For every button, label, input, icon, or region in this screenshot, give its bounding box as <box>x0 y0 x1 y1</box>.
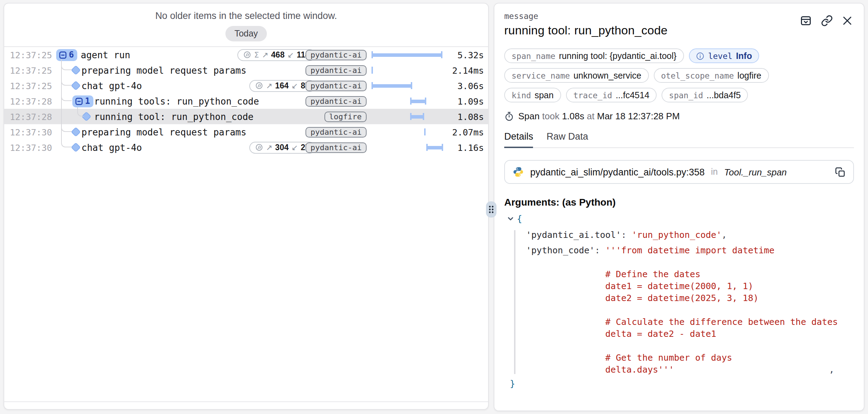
timeline-bar-cap <box>442 144 443 151</box>
code-line <box>504 304 854 316</box>
span-diamond-icon <box>71 142 81 152</box>
received-arrow-icon: ↙ <box>291 81 298 90</box>
span-duration: 2.07ms <box>452 127 484 138</box>
close-brace: } <box>510 378 515 389</box>
scope-badge[interactable]: pydantic-ai <box>305 96 367 107</box>
attribute-pill-otel_scope_name[interactable]: otel_scope_namelogfire <box>653 68 769 83</box>
sent-arrow-icon: ↗ <box>266 143 272 152</box>
tag-row: span_namerunning tool: {pydantic_ai.tool… <box>504 48 854 63</box>
attribute-pill-span_name[interactable]: span_namerunning tool: {pydantic_ai.tool… <box>504 48 684 63</box>
tree-connector <box>61 93 72 101</box>
timing-word: Span <box>518 111 540 121</box>
received-arrow-icon: ↙ <box>287 50 294 59</box>
panel-resize-handle[interactable] <box>486 201 497 218</box>
timing-word: Mar 18 12:37:28 PM <box>597 111 680 121</box>
tokens-sent: 468 <box>271 51 284 59</box>
trace-row-timestamp: 12:37:28 <box>10 111 52 122</box>
attribute-pill-level[interactable]: levelInfo <box>689 48 760 63</box>
copy-link-icon[interactable] <box>821 15 833 27</box>
trace-row-timestamp: 12:37:30 <box>10 127 52 137</box>
trace-row[interactable]: 12:37:30chat gpt-4o↗304↙27pydantic-ai1.1… <box>4 140 488 155</box>
timeline-track <box>371 93 445 109</box>
timeline-track <box>371 47 445 62</box>
trace-row-timestamp: 12:37:25 <box>10 80 52 91</box>
source-in-word: in <box>711 167 718 177</box>
dock-select-icon[interactable] <box>800 15 812 27</box>
pill-value: logfire <box>737 71 761 80</box>
scope-badge[interactable]: pydantic-ai <box>305 127 367 138</box>
span-attribute-pills: span_namerunning tool: {pydantic_ai.tool… <box>504 48 854 102</box>
no-older-items-notice: No older items in the selected time wind… <box>4 4 488 21</box>
trace-row-label: chat gpt-4o <box>81 80 142 91</box>
timeline-bar-cap <box>426 144 428 151</box>
attribute-pill-span_id[interactable]: span_id...bda4f5 <box>662 88 748 102</box>
trace-row-timestamp: 12:37:25 <box>10 49 52 60</box>
span-duration: 3.06s <box>458 81 484 91</box>
trace-row[interactable]: 12:37:25chat gpt-4o↗164↙87pydantic-ai3.0… <box>4 78 488 93</box>
scope-badge[interactable]: pydantic-ai <box>305 65 367 76</box>
code-line <box>504 340 854 352</box>
attribute-pill-trace_id[interactable]: trace_id...fc4514 <box>566 88 657 102</box>
tag-row: kindspantrace_id...fc4514span_id...bda4f… <box>504 88 854 102</box>
pill-key: span_name <box>512 51 555 61</box>
tab-raw-data[interactable]: Raw Data <box>547 131 588 147</box>
trace-row-timestamp: 12:37:28 <box>10 96 52 106</box>
close-icon[interactable] <box>842 15 853 26</box>
tab-details[interactable]: Details <box>504 131 533 148</box>
tree-connector <box>61 139 72 147</box>
code-line: 'pydantic_ai.tool': 'run_python_code', <box>504 229 854 241</box>
timeline-track <box>371 109 445 124</box>
timeline-bar-cap <box>425 98 426 105</box>
token-coin-icon <box>255 143 263 152</box>
code-line: # Get the number of days <box>504 352 854 363</box>
pill-value: running tool: {pydantic_ai.tool} <box>559 51 677 61</box>
timeline-bar-cap <box>410 98 412 105</box>
token-usage-badge: Σ↗468↙114 <box>237 49 315 61</box>
trace-row[interactable]: 12:37:281running tools: run_python_codep… <box>4 93 488 109</box>
timeline-track <box>371 62 445 78</box>
pill-value: span <box>534 90 553 100</box>
trace-row-timestamp: 12:37:25 <box>10 65 52 75</box>
trace-row[interactable]: 12:37:28running tool: run_python_codelog… <box>4 109 488 124</box>
trace-list-panel: No older items in the selected time wind… <box>4 3 489 410</box>
sent-arrow-icon: ↗ <box>262 50 268 59</box>
tree-connector <box>61 123 72 132</box>
pill-key: trace_id <box>573 90 612 100</box>
scope-badge[interactable]: logfire <box>324 111 367 122</box>
trace-row[interactable]: 12:37:25preparing model request paramspy… <box>4 62 488 78</box>
source-location-link[interactable]: pydantic_ai_slim/pydantic_ai/tools.py:35… <box>504 160 854 184</box>
scope-badge[interactable]: pydantic-ai <box>305 49 367 60</box>
attribute-pill-kind[interactable]: kindspan <box>504 88 561 102</box>
span-duration: 1.16s <box>458 142 484 153</box>
pill-value: Info <box>736 51 752 61</box>
span-duration: 2.14ms <box>452 65 484 76</box>
list-bottom-divider <box>4 401 488 402</box>
trace-row-label: preparing model request params <box>81 127 246 137</box>
scope-badge[interactable]: pydantic-ai <box>305 80 367 91</box>
list-header: No older items in the selected time wind… <box>4 4 488 47</box>
pill-value: unknown_service <box>573 71 641 80</box>
pill-key: otel_scope_name <box>661 71 734 80</box>
expand-collapse-toggle[interactable]: 1 <box>72 95 93 107</box>
trace-row-label: chat gpt-4o <box>81 142 142 153</box>
code-line <box>504 256 854 268</box>
expand-collapse-toggle[interactable]: 6 <box>56 49 77 61</box>
attribute-pill-service_name[interactable]: service_nameunknown_service <box>504 68 649 83</box>
timeline-bar <box>426 146 443 149</box>
span-timing: Span took 1.08s at Mar 18 12:37:28 PM <box>504 111 854 121</box>
today-button[interactable]: Today <box>225 26 267 41</box>
copy-path-button[interactable] <box>835 167 846 177</box>
scope-badge[interactable]: pydantic-ai <box>305 142 367 153</box>
pill-value: ...fc4514 <box>616 90 649 100</box>
timeline-bar <box>371 53 442 56</box>
copy-icon <box>835 167 846 177</box>
trace-row[interactable]: 12:37:30preparing model request paramspy… <box>4 124 488 140</box>
timeline-bar-cap <box>423 113 424 120</box>
timeline-bar-cap <box>371 82 373 89</box>
sigma-sum-icon: Σ <box>254 50 259 59</box>
collapse-chevron-icon[interactable] <box>507 215 514 222</box>
collapse-minus-icon <box>75 97 83 105</box>
trace-row[interactable]: 12:37:256agent runΣ↗468↙114pydantic-ai5.… <box>4 47 488 62</box>
python-icon <box>513 166 524 178</box>
timeline-bar <box>410 99 426 103</box>
